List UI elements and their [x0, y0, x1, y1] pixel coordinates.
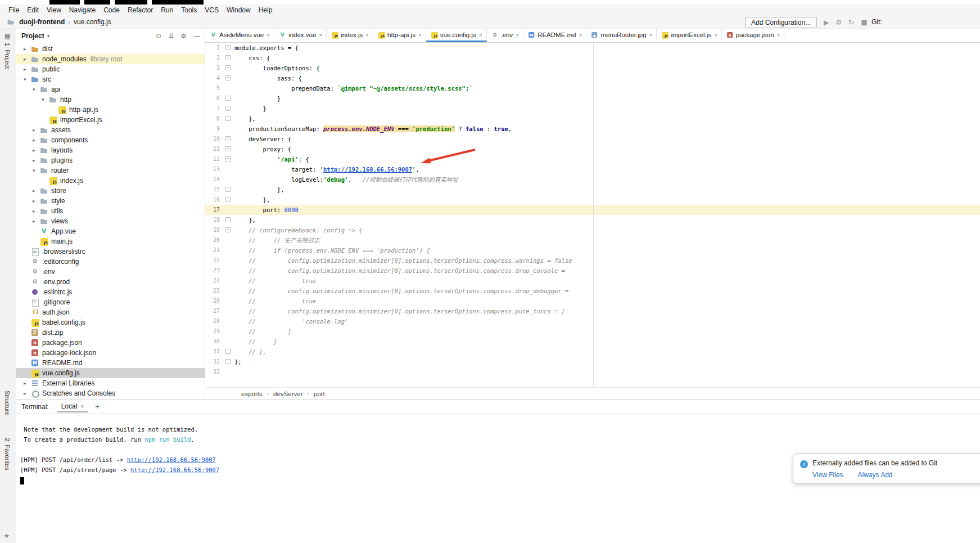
breadcrumb-exports[interactable]: exports [241, 391, 263, 397]
gear-icon[interactable] [180, 32, 187, 40]
line-number[interactable]: 22 [205, 255, 223, 266]
tree-item-importexcel-js[interactable]: importExcel.js [16, 115, 205, 125]
tree-item-env[interactable]: .env [16, 267, 205, 277]
fold-marker-icon[interactable]: − [223, 43, 232, 53]
breadcrumb-devserver[interactable]: devServer [273, 391, 302, 397]
tree-item-dist[interactable]: ▸dist [16, 44, 205, 54]
terminal-link[interactable]: http://192.168.66.56:9007 [130, 466, 219, 473]
menu-window[interactable]: Window [223, 5, 255, 15]
collapse-all-icon[interactable] [168, 32, 174, 40]
chevron-right-icon[interactable]: ▸ [33, 147, 40, 153]
tree-item-public[interactable]: ▸public [16, 64, 205, 74]
tab-http-api-js[interactable]: http-api.js× [373, 29, 426, 42]
close-tab-icon[interactable]: × [777, 32, 780, 38]
line-number[interactable]: 32 [205, 357, 223, 367]
tree-item-plugins[interactable]: ▸plugins [16, 155, 205, 165]
fold-marker-icon[interactable] [223, 104, 232, 114]
tree-item-package-lock-json[interactable]: package-lock.json [16, 348, 205, 358]
code-line[interactable]: 1−module.exports = { [205, 43, 980, 53]
code-line[interactable]: 30 // } [205, 336, 980, 347]
chevron-right-icon[interactable]: ▸ [33, 208, 40, 214]
tool-button-structure[interactable]: Structure [4, 391, 11, 416]
tree-item-node-modules[interactable]: ▸node_moduleslibrary root [16, 54, 205, 64]
tab-asidemenu-vue[interactable]: AsideMenu.vue× [205, 29, 274, 42]
fold-marker-icon[interactable]: − [223, 225, 232, 235]
tree-item-auth-json[interactable]: auth.json [16, 307, 205, 317]
fold-marker-icon[interactable]: − [223, 63, 232, 73]
line-number[interactable]: 19 [205, 225, 223, 235]
menu-code[interactable]: Code [100, 5, 124, 15]
line-number[interactable]: 30 [205, 336, 223, 347]
line-number[interactable]: 8 [205, 114, 223, 124]
tool-button-favorites[interactable]: 2: Favorites [4, 438, 11, 470]
chevron-right-icon[interactable]: ▸ [33, 188, 40, 194]
line-number[interactable]: 23 [205, 266, 223, 276]
code-line[interactable]: 33 [205, 367, 980, 377]
line-number[interactable]: 7 [205, 104, 223, 114]
code-line[interactable]: 23 // config.optimization.minimizer[0].o… [205, 266, 980, 276]
code-line[interactable]: 28 // 'console.log' [205, 316, 980, 326]
line-number[interactable]: 13 [205, 164, 223, 174]
menu-file[interactable]: File [4, 5, 23, 15]
menu-view[interactable]: View [43, 5, 65, 15]
tree-item-env-prod[interactable]: .env.prod [16, 277, 205, 287]
code-line[interactable]: 31 // }, [205, 347, 980, 357]
chevron-right-icon[interactable]: ▸ [24, 56, 31, 62]
chevron-right-icon[interactable]: ▸ [33, 127, 40, 133]
rerun-icon[interactable] [848, 17, 854, 28]
line-number[interactable]: 15 [205, 185, 223, 195]
tree-item-components[interactable]: ▸components [16, 135, 205, 145]
close-tab-icon[interactable]: × [365, 32, 369, 38]
code-line[interactable]: 18 }, [205, 215, 980, 225]
close-tab-icon[interactable]: × [714, 32, 717, 38]
chevron-right-icon[interactable]: ▸ [24, 46, 31, 52]
close-icon[interactable] [80, 402, 84, 410]
tree-item-package-json[interactable]: package.json [16, 338, 205, 348]
menu-refactor[interactable]: Refactor [124, 5, 157, 15]
code-line[interactable]: 25 // config.optimization.minimizer[0].o… [205, 286, 980, 296]
menu-edit[interactable]: Edit [23, 5, 43, 15]
tree-item-browserslistrc[interactable]: .browserslistrc [16, 246, 205, 257]
tab-menurouter-jpg[interactable]: menuRouter.jpg× [586, 29, 657, 42]
tree-item-utils[interactable]: ▸utils [16, 206, 205, 216]
tree-item-assets[interactable]: ▸assets [16, 125, 205, 135]
menu-tools[interactable]: Tools [177, 5, 201, 15]
fold-marker-icon[interactable] [223, 347, 232, 357]
chevron-down-icon[interactable]: ▾ [24, 77, 31, 82]
tree-item-store[interactable]: ▸store [16, 186, 205, 196]
close-tab-icon[interactable]: × [516, 32, 519, 38]
line-number[interactable]: 27 [205, 306, 223, 316]
tree-item-external-libraries[interactable]: ▸External Libraries [16, 378, 205, 388]
code-line[interactable]: 24 // true [205, 276, 980, 286]
line-number[interactable]: 14 [205, 174, 223, 185]
menu-help[interactable]: Help [255, 5, 277, 15]
chevron-right-icon[interactable]: ▸ [33, 218, 40, 224]
line-number[interactable]: 12 [205, 154, 223, 164]
new-terminal-icon[interactable] [95, 402, 100, 411]
tree-item-app-vue[interactable]: App.vue [16, 226, 205, 236]
run-icon[interactable] [824, 17, 829, 28]
terminal-tab-local[interactable]: Local [57, 401, 89, 412]
code-line[interactable]: 14 logLevel:'debug', //控制台终端打印代理前的真实地址 [205, 174, 980, 185]
tree-item-layouts[interactable]: ▸layouts [16, 145, 205, 155]
line-number[interactable]: 1 [205, 43, 223, 53]
tree-item-editorconfig[interactable]: .editorconfig [16, 257, 205, 267]
line-number[interactable]: 21 [205, 245, 223, 255]
fold-marker-icon[interactable]: − [223, 154, 232, 164]
line-number[interactable]: 31 [205, 347, 223, 357]
code-line[interactable]: 11− proxy: { [205, 144, 980, 154]
add-configuration-button[interactable]: Add Configuration... [745, 17, 817, 28]
tree-item-scratches-and-consoles[interactable]: ▸Scratches and Consoles [16, 388, 205, 398]
code-line[interactable]: 3− loaderOptions: { [205, 63, 980, 73]
chevron-right-icon[interactable]: ▸ [33, 158, 40, 163]
chevron-right-icon[interactable]: ▸ [24, 391, 31, 396]
tree-item-dist-zip[interactable]: dist.zip [16, 327, 205, 338]
line-number[interactable]: 5 [205, 83, 223, 93]
line-number[interactable]: 33 [205, 367, 223, 377]
line-number[interactable]: 6 [205, 93, 223, 104]
url-link[interactable]: http://192.168.66.56:9007 [323, 166, 412, 173]
tree-item-api[interactable]: ▾api [16, 84, 205, 95]
close-tab-icon[interactable]: × [267, 32, 270, 38]
code-line[interactable]: 7 } [205, 104, 980, 114]
chevron-down-icon[interactable]: ▾ [33, 168, 40, 173]
